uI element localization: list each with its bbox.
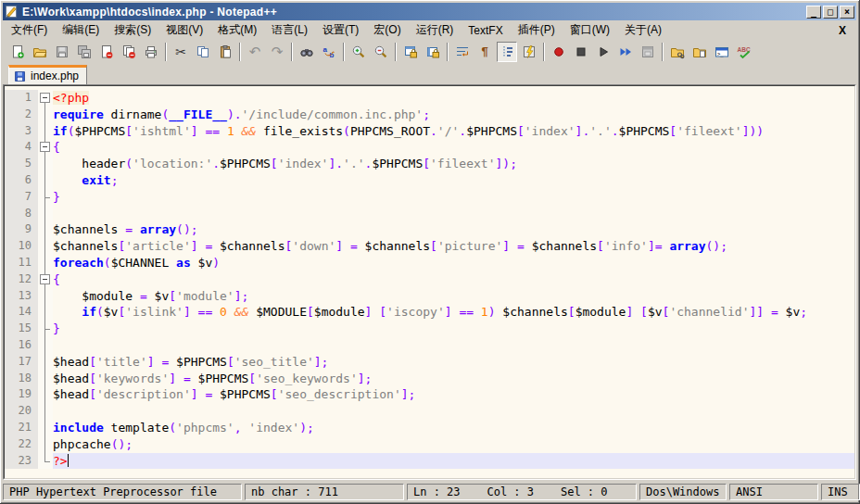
- code-text: {: [53, 139, 854, 156]
- word-wrap-button[interactable]: [452, 42, 473, 62]
- line-number: 21: [5, 420, 38, 436]
- close-button[interactable]: ×: [840, 6, 854, 19]
- save-button[interactable]: [52, 42, 72, 62]
- title-bar[interactable]: E:\Work\xampp\htdocs\index.php - Notepad…: [3, 3, 856, 20]
- console-button[interactable]: >_: [712, 42, 732, 62]
- code-line[interactable]: 17$head['title'] = $PHPCMS['seo_title'];: [5, 354, 854, 371]
- code-line[interactable]: 8: [5, 206, 854, 222]
- editor[interactable]: 1<?php2require dirname(__FILE__).'/inclu…: [4, 85, 855, 479]
- macro-save-button[interactable]: [638, 42, 658, 62]
- sync-vertical-button[interactable]: [400, 42, 421, 62]
- sync-horizontal-button[interactable]: [423, 42, 443, 62]
- code-line[interactable]: 11foreach($CHANNEL as $v): [5, 255, 854, 271]
- macro-stop-button[interactable]: [571, 42, 591, 62]
- open-in-explorer-button[interactable]: [667, 42, 688, 62]
- toolbar-separator: [343, 43, 345, 61]
- code-line[interactable]: 1<?php: [5, 90, 854, 107]
- open-file-button[interactable]: [30, 42, 50, 62]
- replace-button[interactable]: ab: [319, 42, 339, 62]
- save-all-button[interactable]: [74, 42, 95, 62]
- menu-item-textfx[interactable]: TextFX: [461, 22, 510, 39]
- menu-item-settings[interactable]: 设置(T): [315, 20, 366, 40]
- code-line[interactable]: 14 if($v['islink'] == 0 && $MODULE[$modu…: [5, 304, 854, 321]
- fold-collapse-box[interactable]: [40, 93, 50, 103]
- macro-play-icon: [596, 44, 611, 59]
- show-all-chars-button[interactable]: ¶: [474, 42, 495, 62]
- line-number: 4: [5, 139, 38, 156]
- macro-run-multiple-button[interactable]: [615, 42, 636, 62]
- fold-marker[interactable]: [38, 90, 53, 107]
- menu-item-macro[interactable]: 宏(O): [366, 20, 408, 40]
- menubar-close-doc-button[interactable]: X: [829, 22, 855, 39]
- fold-guide: [38, 288, 53, 305]
- menu-item-edit[interactable]: 编辑(E): [55, 20, 107, 40]
- macro-play-button[interactable]: [593, 42, 613, 62]
- new-file-button[interactable]: [7, 42, 28, 62]
- line-number: 8: [5, 206, 38, 222]
- fold-marker[interactable]: [38, 139, 53, 156]
- code-line[interactable]: 15}: [5, 321, 854, 337]
- code-text: $head['title'] = $PHPCMS['seo_title'];: [53, 354, 854, 371]
- menu-item-format[interactable]: 格式(M): [210, 20, 264, 40]
- zoom-in-button[interactable]: [348, 42, 369, 62]
- code-line[interactable]: 21include template('phpcms', 'index');: [5, 420, 854, 436]
- find-icon: [299, 44, 314, 59]
- menu-item-about[interactable]: 关于(A): [617, 20, 669, 40]
- code-line[interactable]: 13 $module = $v['module'];: [5, 288, 854, 305]
- code-line[interactable]: 10$channels['article'] = $channels['down…: [5, 238, 854, 255]
- menu-item-window[interactable]: 窗口(W): [563, 20, 617, 40]
- menu-item-view[interactable]: 视图(V): [158, 20, 210, 40]
- show-all-chars-icon: ¶: [481, 45, 487, 58]
- open-containing-folder-icon: [692, 44, 707, 59]
- line-number: 3: [5, 123, 38, 140]
- tab-index-php[interactable]: index.php: [8, 65, 87, 84]
- code-line[interactable]: 9$channels = array();: [5, 221, 854, 238]
- fold-collapse-box[interactable]: [40, 142, 50, 152]
- close-all-button[interactable]: [119, 42, 139, 62]
- menu-item-run[interactable]: 运行(R): [409, 20, 462, 40]
- paste-button[interactable]: [215, 42, 235, 62]
- code-line[interactable]: 3if($PHPCMS['ishtml'] == 1 && file_exist…: [5, 123, 854, 140]
- code-line[interactable]: 2require dirname(__FILE__).'/include/com…: [5, 107, 854, 123]
- menu-item-language[interactable]: 语言(L): [264, 20, 315, 40]
- status-eol-format: Dos\Windows: [639, 484, 727, 500]
- code-line[interactable]: 23?>: [5, 453, 854, 470]
- code-line[interactable]: 22phpcache();: [5, 436, 854, 453]
- code-line[interactable]: 6 exit;: [5, 172, 854, 189]
- menu-bar: 文件(F)编辑(E)搜索(S)视图(V)格式(M)语言(L)设置(T)宏(O)运…: [3, 20, 856, 40]
- zoom-out-button[interactable]: [371, 42, 391, 62]
- fold-marker[interactable]: [38, 271, 53, 288]
- macro-record-button[interactable]: [549, 42, 569, 62]
- minimize-button[interactable]: _: [806, 6, 821, 19]
- line-number: 1: [5, 90, 38, 107]
- code-line[interactable]: 7}: [5, 189, 854, 206]
- menu-item-plugins[interactable]: 插件(P): [511, 20, 563, 40]
- fold-collapse-box[interactable]: [40, 274, 50, 284]
- redo-icon: ↷: [272, 45, 284, 58]
- find-button[interactable]: [297, 42, 317, 62]
- code-line[interactable]: 4{: [5, 139, 854, 156]
- spell-check-button[interactable]: ABC: [734, 42, 754, 62]
- code-text: if($v['islink'] == 0 && $MODULE[$module]…: [53, 304, 854, 321]
- code-line[interactable]: 12{: [5, 271, 854, 288]
- fold-guide: [38, 371, 53, 387]
- close-file-button[interactable]: [96, 42, 117, 62]
- code-line[interactable]: 16: [5, 337, 854, 354]
- maximize-button[interactable]: □: [823, 6, 838, 19]
- print-button[interactable]: [141, 42, 161, 62]
- cut-button[interactable]: ✂: [171, 42, 191, 62]
- code-line[interactable]: 19$head['description'] = $PHPCMS['seo_de…: [5, 386, 854, 403]
- undo-button[interactable]: ↶: [245, 42, 265, 62]
- code-text: phpcache();: [53, 436, 854, 453]
- menu-item-file[interactable]: 文件(F): [4, 20, 55, 40]
- redo-button[interactable]: ↷: [267, 42, 287, 62]
- menu-item-search[interactable]: 搜索(S): [107, 20, 158, 40]
- open-containing-folder-button[interactable]: [689, 42, 710, 62]
- show-indent-guide-button[interactable]: [497, 42, 517, 62]
- code-line[interactable]: 18$head['keywords'] = $PHPCMS['seo_keywo…: [5, 371, 854, 387]
- copy-button[interactable]: [193, 42, 213, 62]
- code-line[interactable]: 5 header('location:'.$PHPCMS['index'].'.…: [5, 156, 854, 172]
- user-define-dialog-button[interactable]: [519, 42, 539, 62]
- code-line[interactable]: 20: [5, 403, 854, 420]
- line-number: 20: [5, 403, 38, 420]
